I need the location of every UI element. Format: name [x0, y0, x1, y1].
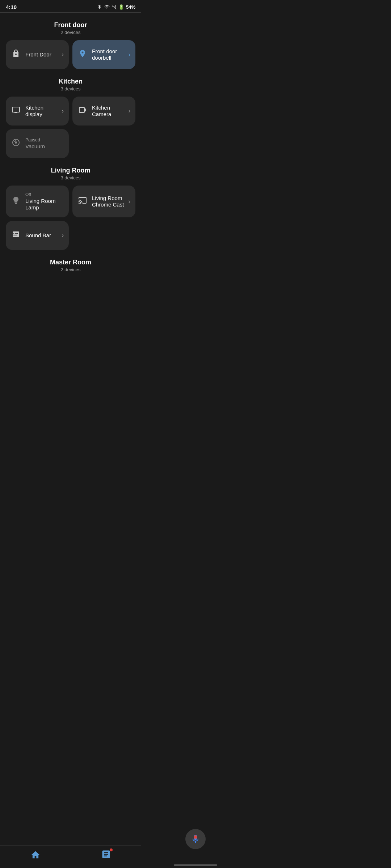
wifi-icon: [104, 4, 110, 9]
living-room-lamp-status: Off: [25, 192, 64, 197]
front-door-doorbell-name: Front door doorbell: [92, 48, 124, 61]
vacuum-status: Paused: [25, 137, 64, 142]
living-room-section: Living Room 3 devices Off Living Room La…: [0, 164, 141, 256]
kitchen-display-name: Kitchen display: [25, 105, 58, 118]
vacuum-name: Vacuum: [25, 143, 64, 150]
status-icons: 🔋 54%: [97, 4, 135, 10]
sound-bar-card[interactable]: Sound Bar ›: [6, 221, 69, 250]
kitchen-subtitle: 3 devices: [6, 86, 135, 92]
vacuum-icon: [11, 138, 21, 149]
svg-point-0: [15, 141, 17, 144]
kitchen-title: Kitchen: [6, 78, 135, 85]
status-bar: 4:10 🔋 54%: [0, 0, 141, 12]
front-door-title: Front door: [6, 21, 135, 29]
kitchen-display-chevron: ›: [62, 108, 64, 114]
sound-bar-info: Sound Bar: [25, 232, 58, 239]
doorbell-icon: [77, 49, 88, 60]
top-divider: [0, 12, 141, 13]
living-room-lamp-name: Living Room Lamp: [25, 198, 64, 211]
bluetooth-icon: [97, 4, 102, 10]
status-time: 4:10: [6, 4, 17, 10]
living-room-lamp-info: Off Living Room Lamp: [25, 192, 64, 211]
signal-icon: [112, 4, 117, 9]
living-room-subtitle: 3 devices: [6, 175, 135, 180]
lamp-icon: [11, 196, 21, 207]
kitchen-camera-info: Kitchen Camera: [92, 105, 124, 118]
master-room-title: Master Room: [6, 259, 135, 266]
battery-percent: 54%: [126, 4, 135, 10]
chromecast-icon: [77, 196, 88, 207]
master-room-subtitle: 2 devices: [6, 267, 135, 272]
front-door-doorbell-card[interactable]: Front door doorbell ›: [72, 40, 135, 69]
front-door-doorbell-info: Front door doorbell: [92, 48, 124, 61]
front-door-section: Front door 2 devices Front Door › Front: [0, 18, 141, 75]
vacuum-card[interactable]: Paused Vacuum: [6, 129, 69, 158]
living-room-title: Living Room: [6, 167, 135, 174]
kitchen-grid: Kitchen display › Kitchen Camera ›: [6, 97, 135, 158]
battery-icon: 🔋: [118, 4, 124, 10]
living-room-lamp-card[interactable]: Off Living Room Lamp: [6, 186, 69, 217]
front-door-lock-chevron: ›: [62, 51, 64, 58]
living-room-chromecast-chevron: ›: [129, 198, 130, 205]
front-door-grid: Front Door › Front door doorbell ›: [6, 40, 135, 69]
kitchen-display-card[interactable]: Kitchen display ›: [6, 97, 69, 125]
lock-icon: [11, 49, 21, 60]
living-room-chromecast-card[interactable]: Living Room Chrome Cast ›: [72, 186, 135, 217]
sound-bar-chevron: ›: [62, 232, 64, 239]
front-door-subtitle: 2 devices: [6, 30, 135, 35]
sound-bar-name: Sound Bar: [25, 232, 58, 239]
front-door-lock-info: Front Door: [25, 51, 58, 58]
vacuum-info: Paused Vacuum: [25, 137, 64, 150]
front-door-lock-card[interactable]: Front Door ›: [6, 40, 69, 69]
kitchen-display-info: Kitchen display: [25, 105, 58, 118]
living-room-grid: Off Living Room Lamp Living Room Chrome …: [6, 186, 135, 250]
speaker-icon: [11, 230, 21, 241]
display-icon: [11, 106, 21, 116]
kitchen-camera-card[interactable]: Kitchen Camera ›: [72, 97, 135, 125]
kitchen-camera-chevron: ›: [129, 108, 130, 114]
front-door-doorbell-chevron: ›: [129, 51, 130, 58]
camera-icon: [77, 106, 88, 116]
living-room-chromecast-name: Living Room Chrome Cast: [92, 195, 124, 208]
kitchen-camera-name: Kitchen Camera: [92, 105, 124, 118]
master-room-section: Master Room 2 devices: [0, 256, 141, 314]
kitchen-section: Kitchen 3 devices Kitchen display › Kit: [0, 75, 141, 164]
living-room-chromecast-info: Living Room Chrome Cast: [92, 195, 124, 208]
front-door-lock-name: Front Door: [25, 51, 58, 58]
